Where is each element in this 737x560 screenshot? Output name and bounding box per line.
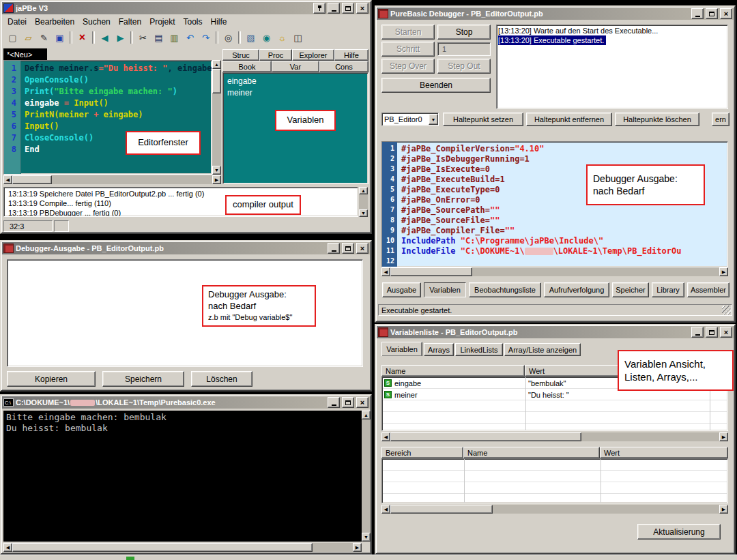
file-dropdown[interactable]: PB_Editor0 ▼ <box>381 113 439 126</box>
scroll-right-button[interactable]: ▶ <box>719 505 728 514</box>
console-titlebar[interactable]: C:\ C:\DOKUME~1\ \LOKALE~1\Temp\Purebasi… <box>2 396 370 409</box>
scroll-right-button[interactable]: ▶ <box>719 267 728 276</box>
copy-icon[interactable]: ▤ <box>151 30 167 45</box>
variable-item[interactable]: eingabe <box>227 76 368 87</box>
tab-aufrufverfolgung[interactable]: Aufrufverfolgung <box>544 282 609 297</box>
tab-linkedlists[interactable]: LinkedLists <box>455 343 503 356</box>
japbe-titlebar[interactable]: jaPBe V3 × <box>2 2 370 14</box>
menu-projekt[interactable]: Projekt <box>145 16 179 27</box>
compiler-output[interactable]: 13:13:19 Speichere Datei PB_EditorOutput… <box>3 187 358 217</box>
scroll-thumb[interactable] <box>390 505 493 514</box>
minimize-button[interactable] <box>328 3 340 14</box>
tab-book[interactable]: Book <box>222 61 272 72</box>
haltepunkte-loeschen-button[interactable]: Haltepunkte löschen <box>615 113 699 126</box>
scroll-thumb[interactable] <box>390 432 581 441</box>
output-vertical-scrollbar[interactable]: ▲ ▼ <box>359 187 368 217</box>
column-header-name[interactable]: Name <box>381 365 525 377</box>
close-button[interactable]: × <box>356 3 369 14</box>
maximize-button[interactable] <box>342 397 354 408</box>
scroll-down-button[interactable]: ▼ <box>359 209 368 217</box>
close-button[interactable]: × <box>720 327 732 338</box>
save-icon[interactable]: ▣ <box>52 30 68 45</box>
debugger-log[interactable]: [13:13:20] Warte auf den Start des Execu… <box>496 25 728 109</box>
resize-grip[interactable] <box>722 306 731 314</box>
log-line-selected[interactable]: [13:13:20] Executable gestartet. <box>498 35 606 45</box>
compile-icon[interactable]: ◉ <box>259 30 274 45</box>
table2-horizontal-scrollbar[interactable]: ◀ ▶ <box>381 505 728 514</box>
undo-icon[interactable]: ↶ <box>182 30 198 45</box>
scroll-left-button[interactable]: ◀ <box>381 267 390 276</box>
close-button[interactable]: × <box>356 243 369 254</box>
back-icon[interactable]: ◀ <box>97 30 113 45</box>
column-header-bereich[interactable]: Bereich <box>381 447 463 458</box>
maximize-button[interactable] <box>706 327 718 338</box>
tab-variablen[interactable]: Variablen <box>381 342 422 356</box>
dropdown-arrow-icon[interactable]: ▼ <box>429 114 438 125</box>
menu-falten[interactable]: Falten <box>115 16 145 27</box>
run-icon[interactable]: ◫ <box>290 30 306 45</box>
debug-icon[interactable]: ☼ <box>274 30 290 45</box>
loeschen-button[interactable]: Löschen <box>191 371 252 387</box>
new-icon[interactable]: ▢ <box>5 30 20 45</box>
code-horizontal-scrollbar[interactable]: ◀ ▶ <box>381 267 728 276</box>
haltepunkt-setzen-button[interactable]: Haltepunkt setzen <box>443 113 523 126</box>
clipped-button[interactable]: ern <box>712 113 729 126</box>
tab-struc[interactable]: Struc <box>222 49 259 61</box>
options-icon[interactable]: ▧ <box>243 30 259 45</box>
tab-explorer[interactable]: Explorer <box>292 49 334 61</box>
menu-bearbeiten[interactable]: Bearbeiten <box>31 16 78 27</box>
scroll-thumb[interactable] <box>12 543 313 552</box>
tab-arrays[interactable]: Arrays <box>424 343 454 356</box>
maximize-button[interactable] <box>342 3 354 14</box>
pin-button[interactable] <box>313 3 326 14</box>
scroll-up-button[interactable]: ▲ <box>359 187 368 194</box>
minimize-button[interactable] <box>691 8 704 19</box>
menu-suchen[interactable]: Suchen <box>78 16 115 27</box>
tab-cons[interactable]: Cons <box>319 61 369 72</box>
log-line[interactable]: [13:13:20] Warte auf den Start des Execu… <box>498 26 726 35</box>
paste-icon[interactable]: ▥ <box>167 30 182 45</box>
tab-array-liste-anzeigen[interactable]: Array/Liste anzeigen <box>504 343 581 356</box>
maximize-button[interactable] <box>342 243 354 254</box>
beenden-button[interactable]: Beenden <box>381 78 491 93</box>
scroll-thumb[interactable] <box>212 69 221 93</box>
menu-datei[interactable]: Datei <box>3 16 31 27</box>
tab-hilfe[interactable]: Hilfe <box>334 49 369 61</box>
aktualisierung-button[interactable]: Aktualisierung <box>637 524 721 540</box>
minimize-button[interactable] <box>328 243 340 254</box>
menu-hilfe[interactable]: Hilfe <box>207 16 231 27</box>
column-header-name2[interactable]: Name <box>463 447 600 458</box>
debugger-titlebar[interactable]: PureBasic Debugger - PB_EditorOutput.pb … <box>377 8 734 20</box>
tab-library[interactable]: Library <box>652 282 684 297</box>
scroll-up-button[interactable]: ▲ <box>362 411 371 419</box>
schritt-button[interactable]: Schritt <box>381 42 435 57</box>
console-vertical-scrollbar[interactable]: ▲ ▼ <box>362 411 371 542</box>
scroll-thumb[interactable] <box>12 175 52 184</box>
tab-variablen[interactable]: Variablen <box>424 282 466 297</box>
editor-horizontal-scrollbar[interactable]: ◀ ▶ <box>3 175 221 184</box>
tab-proc[interactable]: Proc <box>259 49 292 61</box>
console-horizontal-scrollbar[interactable]: ◀ ▶ <box>3 543 362 552</box>
tab-assembler[interactable]: Assembler <box>687 282 729 297</box>
taskbar[interactable] <box>0 555 737 560</box>
forward-icon[interactable]: ▶ <box>113 30 128 45</box>
scroll-thumb[interactable] <box>390 267 472 276</box>
redo-icon[interactable]: ↷ <box>198 30 214 45</box>
tab-beobachtungsliste[interactable]: Beobachtungsliste <box>469 282 541 297</box>
scroll-left-button[interactable]: ◀ <box>381 505 390 514</box>
console-output[interactable]: Bitte eingabe machen: bembulak Du heisst… <box>3 411 362 542</box>
delete-icon[interactable]: × <box>74 30 90 45</box>
minimize-button[interactable] <box>691 327 704 338</box>
starten-button[interactable]: Starten <box>381 25 435 40</box>
close-button[interactable]: × <box>720 8 732 19</box>
tab-speicher[interactable]: Speicher <box>612 282 649 297</box>
stop-button[interactable]: Stop <box>437 25 491 40</box>
scroll-left-button[interactable]: ◀ <box>381 432 390 441</box>
tab-var[interactable]: Var <box>272 61 319 72</box>
column-header-wert2[interactable]: Wert <box>600 447 728 458</box>
cut-icon[interactable]: ✂ <box>135 30 151 45</box>
open-icon[interactable]: ▱ <box>20 30 36 45</box>
kopieren-button[interactable]: Kopieren <box>7 371 96 387</box>
minimize-button[interactable] <box>328 397 340 408</box>
edit-icon[interactable]: ✎ <box>36 30 52 45</box>
